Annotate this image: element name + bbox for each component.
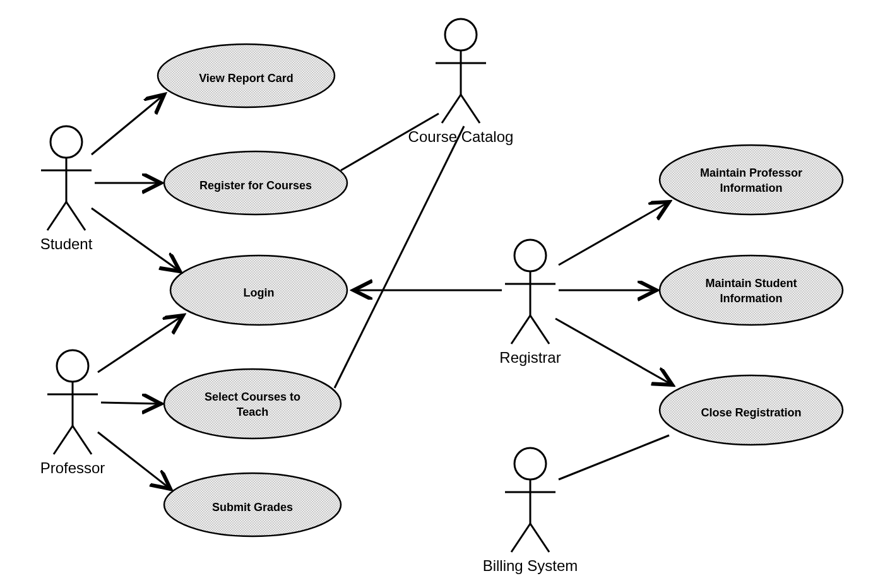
usecase-label-line2: Information (720, 292, 783, 305)
usecase-label-line2: Information (720, 182, 783, 194)
actor-label: Registrar (499, 349, 561, 366)
usecase-close-registration: Close Registration (660, 375, 843, 445)
connector-professor-select-courses (101, 403, 161, 404)
svg-line-19 (54, 426, 73, 454)
svg-line-14 (47, 202, 66, 230)
usecase-label-line1: Select Courses to (205, 391, 300, 403)
usecase-maintain-student-information: Maintain Student Information (660, 256, 843, 325)
use-case-diagram: View Report Card Register for Courses Lo… (0, 0, 885, 588)
svg-point-6 (164, 369, 341, 438)
actor-billing-system: Billing System (483, 448, 578, 574)
usecase-register-for-courses: Register for Courses (164, 151, 347, 215)
svg-point-9 (660, 256, 843, 325)
svg-line-29 (511, 315, 530, 344)
usecase-label: Register for Courses (199, 179, 312, 192)
usecase-maintain-professor-information: Maintain Professor Information (660, 145, 843, 215)
connector-professor-submit-grades (98, 432, 170, 489)
actor-registrar: Registrar (499, 240, 561, 366)
connector-registrar-maintain-professor (559, 202, 669, 265)
svg-point-26 (514, 240, 546, 271)
connector-billing-close-registration (559, 435, 669, 479)
svg-line-30 (530, 315, 549, 344)
usecase-label: Close Registration (701, 406, 801, 419)
actor-student: Student (40, 126, 93, 252)
actor-label: Professor (40, 459, 105, 476)
connector-student-login (92, 208, 180, 271)
svg-point-16 (57, 350, 88, 382)
usecase-submit-grades: Submit Grades (164, 473, 341, 536)
svg-point-8 (660, 145, 843, 215)
usecase-label-line1: Maintain Student (706, 277, 797, 290)
svg-line-15 (66, 202, 85, 230)
svg-point-11 (50, 126, 82, 158)
svg-point-21 (445, 19, 477, 50)
usecase-label-line2: Teach (237, 406, 269, 418)
connector-registrar-close-registration (555, 319, 672, 385)
svg-line-25 (461, 95, 480, 123)
usecase-label: Login (244, 286, 275, 299)
connector-student-view-report-card (92, 95, 164, 155)
usecase-label-line1: Maintain Professor (700, 167, 802, 179)
svg-line-34 (511, 524, 530, 552)
usecase-label: View Report Card (199, 72, 294, 85)
usecase-view-report-card: View Report Card (158, 44, 335, 107)
connector-course-catalog-select-courses (335, 126, 464, 388)
svg-line-35 (530, 524, 549, 552)
svg-line-20 (73, 426, 92, 454)
actor-label: Student (40, 235, 93, 252)
usecase-login: Login (170, 256, 347, 325)
actor-course-catalog: Course Catalog (408, 19, 514, 145)
actor-label: Billing System (483, 557, 578, 574)
svg-point-31 (514, 448, 546, 479)
usecase-select-courses-to-teach: Select Courses to Teach (164, 369, 341, 438)
svg-line-24 (442, 95, 461, 123)
connector-professor-login (98, 315, 183, 372)
actor-professor: Professor (40, 350, 105, 476)
usecase-label: Submit Grades (212, 501, 293, 514)
